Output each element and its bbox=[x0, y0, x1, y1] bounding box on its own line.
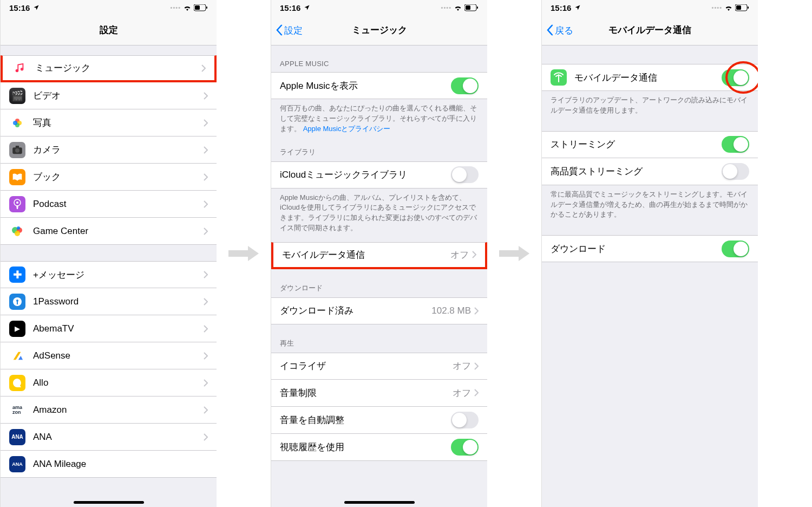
svg-rect-2 bbox=[206, 6, 207, 9]
row-allo[interactable]: Allo bbox=[1, 369, 217, 396]
svg-point-17 bbox=[17, 226, 20, 230]
battery-icon bbox=[194, 4, 208, 11]
flow-arrow bbox=[217, 0, 271, 507]
row-camera[interactable]: カメラ bbox=[1, 136, 217, 164]
chevron-left-icon bbox=[276, 25, 283, 36]
status-bar: 15:16 •••• bbox=[542, 0, 758, 15]
svg-point-8 bbox=[13, 121, 17, 125]
footer-apple-music: 何百万もの曲、あなたにぴったりの曲を選んでくれる機能、そして完璧なミュージックラ… bbox=[271, 99, 487, 140]
row-show-apple-music[interactable]: Apple Musicを表示 bbox=[271, 72, 487, 99]
toggle-streaming[interactable] bbox=[722, 136, 749, 153]
chevron-right-icon bbox=[204, 433, 208, 441]
row-label: Apple Musicを表示 bbox=[280, 80, 451, 92]
mobile-data-screen: 15:16 •••• 戻る モバイルデータ通信 モバイルデータ通信 ライブラリの… bbox=[541, 0, 758, 507]
row-volume-limit[interactable]: 音量制限 オフ bbox=[271, 380, 487, 407]
row-music[interactable]: ミュージック bbox=[1, 55, 217, 82]
chevron-right-icon bbox=[204, 271, 208, 278]
svg-point-10 bbox=[15, 148, 19, 152]
signal-dots-icon: •••• bbox=[712, 4, 722, 11]
back-button[interactable]: 戻る bbox=[546, 24, 573, 36]
row-videos[interactable]: 🎬 ビデオ bbox=[1, 82, 217, 109]
signal-dots-icon: •••• bbox=[171, 4, 181, 11]
back-button[interactable]: 設定 bbox=[276, 24, 303, 36]
row-label: ダウンロード済み bbox=[280, 304, 431, 317]
row-label: イコライザ bbox=[280, 360, 453, 372]
chevron-right-icon bbox=[204, 298, 208, 306]
home-indicator bbox=[74, 501, 144, 504]
toggle-sound-check[interactable] bbox=[451, 412, 479, 428]
row-download[interactable]: ダウンロード bbox=[542, 235, 758, 262]
chevron-left-icon bbox=[546, 25, 554, 36]
row-sound-check[interactable]: 音量を自動調整 bbox=[271, 407, 487, 434]
row-label: カメラ bbox=[33, 144, 204, 156]
row-history[interactable]: 視聴履歴を使用 bbox=[271, 434, 487, 461]
row-ana[interactable]: ANA ANA bbox=[1, 424, 217, 451]
row-amazon[interactable]: amazon Amazon bbox=[1, 396, 217, 424]
toggle-hq-streaming[interactable] bbox=[722, 163, 749, 180]
toggle-show-apple-music[interactable] bbox=[451, 77, 479, 94]
gamecenter-icon bbox=[9, 223, 25, 239]
camera-icon bbox=[9, 142, 25, 158]
music-settings-screen: 15:16 •••• 設定 ミュージック APPLE MUSIC Apple M… bbox=[271, 0, 487, 507]
anamileage-icon: ANA bbox=[9, 456, 25, 472]
toggle-history[interactable] bbox=[451, 439, 479, 456]
chevron-right-icon bbox=[474, 307, 479, 315]
row-label: ビデオ bbox=[33, 89, 204, 102]
toggle-mobile-data[interactable] bbox=[722, 69, 749, 86]
row-hq-streaming[interactable]: 高品質ストリーミング bbox=[542, 158, 758, 185]
ana-icon: ANA bbox=[9, 429, 25, 445]
battery-icon bbox=[735, 4, 749, 11]
location-icon bbox=[33, 4, 40, 11]
row-label: iCloudミュージックライブラリ bbox=[280, 168, 451, 181]
allo-icon bbox=[9, 375, 25, 391]
chevron-right-icon bbox=[474, 362, 479, 370]
adsense-icon bbox=[9, 348, 25, 364]
row-icloud-library[interactable]: iCloudミュージックライブラリ bbox=[271, 161, 487, 188]
apple-music-privacy-link[interactable]: Apple Musicとプライバシー bbox=[303, 125, 391, 133]
svg-rect-23 bbox=[477, 6, 478, 9]
svg-rect-20 bbox=[17, 301, 18, 304]
svg-point-16 bbox=[15, 231, 20, 236]
page-title: 設定 bbox=[100, 24, 118, 36]
footer-icloud: Apple Musicからの曲、アルバム、プレイリストを含めて、iCloudを使… bbox=[271, 188, 487, 239]
settings-root-screen: 15:16 •••• 設定 ミュージック 🎬 ビデオ bbox=[0, 0, 217, 507]
row-anamileage[interactable]: ANA ANA Mileage bbox=[1, 451, 217, 478]
videos-icon: 🎬 bbox=[9, 88, 25, 104]
row-value: 102.8 MB bbox=[431, 306, 471, 316]
flow-arrow bbox=[487, 0, 541, 507]
row-plusmessage[interactable]: ✚ +メッセージ bbox=[1, 261, 217, 288]
row-mobile-data-master[interactable]: モバイルデータ通信 bbox=[542, 64, 758, 91]
row-streaming[interactable]: ストリーミング bbox=[542, 131, 758, 158]
row-books[interactable]: ブック bbox=[1, 164, 217, 191]
row-1password[interactable]: 1Password bbox=[1, 288, 217, 315]
row-value: オフ bbox=[453, 360, 471, 372]
chevron-right-icon bbox=[474, 389, 479, 396]
row-abematv[interactable]: ▶ AbemaTV bbox=[1, 315, 217, 342]
row-mobile-data[interactable]: モバイルデータ通信 オフ bbox=[271, 242, 487, 269]
row-label: 視聴履歴を使用 bbox=[280, 441, 451, 453]
section-header-playback: 再生 bbox=[271, 324, 487, 353]
row-adsense[interactable]: AdSense bbox=[1, 342, 217, 369]
toggle-icloud-library[interactable] bbox=[451, 166, 479, 183]
footer-hq: 常に最高品質でミュージックをストリーミングします。モバイルデータ通信量が増えるた… bbox=[542, 185, 758, 226]
row-downloaded[interactable]: ダウンロード済み 102.8 MB bbox=[271, 297, 487, 324]
page-title: モバイルデータ通信 bbox=[608, 24, 691, 36]
section-header-download: ダウンロード bbox=[271, 269, 487, 297]
home-indicator bbox=[344, 501, 415, 504]
row-value: オフ bbox=[450, 249, 469, 261]
row-label: ANA bbox=[33, 432, 204, 443]
podcast-icon bbox=[9, 196, 25, 212]
row-label: +メッセージ bbox=[33, 269, 204, 281]
row-photos[interactable]: 写真 bbox=[1, 109, 217, 136]
chevron-right-icon bbox=[201, 64, 206, 72]
row-equalizer[interactable]: イコライザ オフ bbox=[271, 353, 487, 380]
row-label: 音量を自動調整 bbox=[280, 414, 451, 426]
1password-icon bbox=[9, 294, 25, 310]
svg-rect-11 bbox=[16, 146, 19, 148]
row-label: ミュージック bbox=[35, 62, 201, 74]
battery-icon bbox=[464, 4, 479, 11]
toggle-download[interactable] bbox=[722, 240, 749, 257]
nav-bar: 戻る モバイルデータ通信 bbox=[542, 15, 758, 46]
row-podcast[interactable]: Podcast bbox=[1, 191, 217, 218]
row-gamecenter[interactable]: Game Center bbox=[1, 218, 217, 245]
